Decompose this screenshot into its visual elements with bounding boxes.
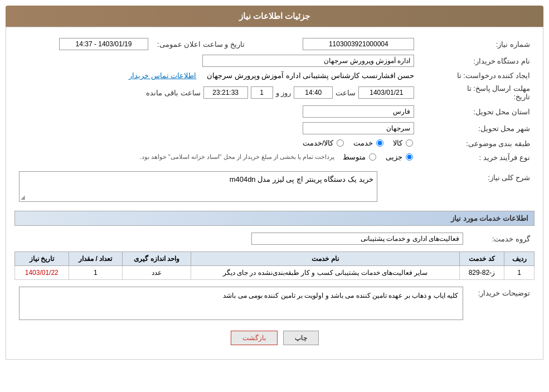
- purchase-radio-group: جزیی متوسط پرداخت تمام یا بخشی از مبلغ خ…: [140, 153, 415, 161]
- buyer-notes-cell: کلیه ایاب و ذهاب بر عهده تامین کننده می …: [14, 284, 468, 322]
- city-input[interactable]: [303, 122, 414, 134]
- purchase-jozi-label: جزیی: [386, 153, 402, 161]
- service-group-input[interactable]: [251, 233, 463, 245]
- buyer-org-cell: [14, 52, 419, 69]
- category-khedmat-radio[interactable]: [376, 139, 383, 147]
- remaining-label: ساعت باقی مانده: [146, 89, 200, 97]
- province-label: استان محل تحویل:: [419, 103, 535, 120]
- print-button[interactable]: چاپ: [283, 331, 319, 345]
- time-label: ساعت: [336, 89, 356, 97]
- cell-unit: عدد: [122, 266, 191, 280]
- buyer-notes-table: توضیحات خریدار: کلیه ایاب و ذهاب بر عهده…: [14, 284, 535, 322]
- city-label: شهر محل تحویل:: [419, 120, 535, 137]
- announcement-input[interactable]: [59, 38, 148, 50]
- category-kala-khedmat-label: کالا/خدمت: [303, 139, 334, 147]
- purchase-type-label: نوع فرآیند خرید :: [419, 151, 535, 164]
- purchase-jozi-radio[interactable]: [406, 153, 413, 161]
- deadline-remaining-input[interactable]: [203, 86, 248, 99]
- services-section-title: اطلاعات خدمات مورد نیاز: [14, 211, 535, 226]
- need-desc-table: شرح کلی نیاز: خرید یک دستگاه پرینتر اچ پ…: [14, 169, 535, 204]
- province-input[interactable]: [303, 105, 414, 118]
- city-cell: [14, 120, 419, 137]
- services-table: ردیف کد خدمت نام خدمت واحد اندازه گیری ت…: [14, 251, 535, 280]
- cell-service-code: ز-82-829: [459, 266, 504, 280]
- category-khedmat-label: خدمت: [353, 139, 373, 147]
- cell-service-name: سایر فعالیت‌های خدمات پشتیبانی کسب و کار…: [191, 266, 459, 280]
- page-wrapper: جزئیات اطلاعات نیاز شماره نیاز: تاریخ و …: [0, 0, 549, 392]
- service-group-label: گروه خدمت:: [468, 230, 535, 247]
- category-kala-khedmat[interactable]: کالا/خدمت: [303, 139, 346, 147]
- announcement-cell: [14, 36, 153, 52]
- basic-info-table: شماره نیاز: تاریخ و ساعت اعلان عمومی: نا…: [14, 36, 535, 164]
- category-kala[interactable]: کالا: [393, 139, 414, 147]
- purchase-type-cell: جزیی متوسط پرداخت تمام یا بخشی از مبلغ خ…: [14, 151, 419, 164]
- creator-value: حسن افشارنسب کارشناس پشتیبانی اداره آموز…: [207, 71, 414, 80]
- col-date: تاریخ نیاز: [15, 252, 69, 266]
- main-content: شماره نیاز: تاریخ و ساعت اعلان عمومی: نا…: [6, 27, 543, 360]
- cell-quantity: 1: [69, 266, 122, 280]
- need-desc-label: شرح کلی نیاز:: [382, 169, 535, 204]
- table-row: 1 ز-82-829 سایر فعالیت‌های خدمات پشتیبان…: [15, 266, 535, 280]
- resize-handle: ◢: [21, 194, 25, 200]
- buyer-notes-text: کلیه ایاب و ذهاب بر عهده تامین کننده می …: [223, 292, 458, 299]
- cell-row: 1: [504, 266, 535, 280]
- category-kala-radio[interactable]: [406, 139, 413, 147]
- purchase-jozi[interactable]: جزیی: [386, 153, 414, 161]
- purchase-motavasset-radio[interactable]: [369, 153, 376, 161]
- creator-label: ایجاد کننده درخواست: تا: [419, 69, 535, 82]
- days-label: روز و: [276, 89, 291, 97]
- purchase-motavasset-label: متوسط: [343, 153, 366, 161]
- deadline-time-input[interactable]: [294, 86, 333, 99]
- need-desc-text: خرید یک دستگاه پرینتر اچ پی لیزر مدل m40…: [230, 175, 373, 183]
- col-quantity: تعداد / مقدار: [69, 252, 122, 266]
- back-button[interactable]: بازگشت: [231, 331, 278, 345]
- deadline-cell: ساعت روز و ساعت باقی مانده: [14, 82, 419, 103]
- col-unit: واحد اندازه گیری: [122, 252, 191, 266]
- category-kala-label: کالا: [393, 139, 402, 147]
- page-header: جزئیات اطلاعات نیاز: [6, 6, 543, 27]
- category-khedmat[interactable]: خدمت: [353, 139, 385, 147]
- button-row: چاپ بازگشت: [14, 331, 535, 351]
- category-radio-group: کالا خدمت کالا/خدمت: [303, 139, 415, 147]
- cell-date: 1403/01/22: [15, 266, 69, 280]
- col-service-code: کد خدمت: [459, 252, 504, 266]
- buyer-notes-area: کلیه ایاب و ذهاب بر عهده تامین کننده می …: [19, 287, 463, 320]
- deadline-days-input[interactable]: [251, 86, 273, 99]
- deadline-date-input[interactable]: [358, 86, 414, 99]
- service-group-table: گروه خدمت:: [14, 230, 535, 247]
- service-group-cell: [14, 230, 468, 247]
- need-number-label: شماره نیاز:: [419, 36, 535, 52]
- purchase-motavasset[interactable]: متوسط: [343, 153, 377, 161]
- contact-link[interactable]: اطلاعات تماس خریدار: [129, 71, 196, 80]
- need-number-input[interactable]: [303, 38, 414, 50]
- need-number-cell: [249, 36, 419, 52]
- buyer-org-input[interactable]: [202, 55, 414, 67]
- category-cell: کالا خدمت کالا/خدمت: [14, 137, 419, 151]
- announcement-label: تاریخ و ساعت اعلان عمومی:: [153, 36, 249, 52]
- response-deadline-label: مهلت ارسال پاسخ: تاتاریخ:: [419, 82, 535, 103]
- purchase-note: پرداخت تمام یا بخشی از مبلغ خریدار از مح…: [140, 153, 335, 161]
- need-desc-area: خرید یک دستگاه پرینتر اچ پی لیزر مدل m40…: [19, 171, 377, 202]
- col-row: ردیف: [504, 252, 535, 266]
- header-title: جزئیات اطلاعات نیاز: [239, 11, 310, 21]
- buyer-org-label: نام دستگاه خریدار:: [419, 52, 535, 69]
- category-kala-khedmat-radio[interactable]: [337, 139, 344, 147]
- province-cell: [14, 103, 419, 120]
- col-service-name: نام خدمت: [191, 252, 459, 266]
- need-desc-cell: خرید یک دستگاه پرینتر اچ پی لیزر مدل m40…: [14, 169, 382, 204]
- category-label: طبقه بندی موضوعی:: [419, 137, 535, 151]
- creator-cell: حسن افشارنسب کارشناس پشتیبانی اداره آموز…: [14, 69, 419, 82]
- buyer-notes-label: توضیحات خریدار:: [468, 284, 535, 322]
